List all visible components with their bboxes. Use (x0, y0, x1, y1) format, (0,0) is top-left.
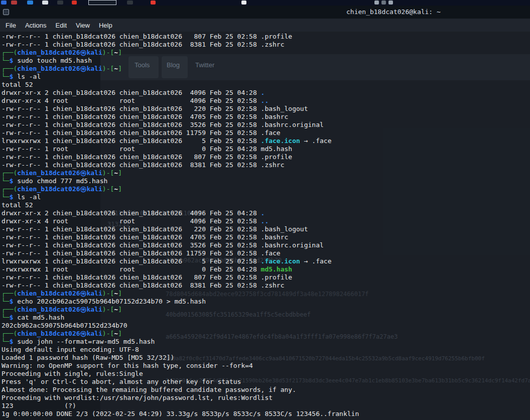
terminal-line: Proceeding with single, rules:Single (2, 370, 530, 378)
terminal-line: └─$ sudo touch md5.hash (2, 57, 530, 65)
terminal-line: └─$ ls -al (2, 193, 530, 201)
terminal-line: -rw-r--r-- 1 root root 0 Feb 25 04:28 md… (2, 145, 530, 153)
terminal-line: 123 (?) (2, 402, 530, 410)
terminal-line: -rw-r--r-- 1 chien_b18dcat026 chien_b18d… (2, 233, 530, 241)
terminal-line: 1g 0:00:00:00 DONE 2/3 (2022-02-25 04:29… (2, 410, 530, 418)
terminal-line: total 52 (2, 201, 530, 209)
taskbar-window-button[interactable] (88, 0, 116, 5)
terminal-line: -rw-r--r-- 1 chien_b18dcat026 chien_b18d… (2, 33, 530, 41)
terminal-line: -rw-r--r-- 1 chien_b18dcat026 chien_b18d… (2, 121, 530, 129)
terminal-line: lrwxrwxrwx 1 chien_b18dcat026 chien_b18d… (2, 257, 530, 265)
terminal-line: -rw-r--r-- 1 chien_b18dcat026 chien_b18d… (2, 129, 530, 137)
terminal-line: -rw-r--r-- 1 chien_b18dcat026 chien_b18d… (2, 282, 530, 290)
terminal-line: Warning: no OpenMP support for this hash… (2, 362, 530, 370)
terminal-line: drwxr-xr-x 2 chien_b18dcat026 chien_b18d… (2, 209, 530, 217)
app-icon-browser[interactable] (27, 1, 33, 5)
terminal-line: └─$ cat md5.hash (2, 314, 530, 322)
terminal-line: -rw-r--r-- 1 chien_b18dcat026 chien_b18d… (2, 161, 530, 169)
terminal-line: -rw-r--r-- 1 chien_b18dcat026 chien_b18d… (2, 153, 530, 161)
window-title: chien_b18dcat026@kali: ~ (346, 8, 441, 16)
terminal-line: drwxr-xr-x 4 root root 4096 Feb 25 02:58… (2, 217, 530, 225)
menu-actions[interactable]: Actions (21, 22, 51, 29)
terminal[interactable]: ToolsBlogTwitter00110001 00110010 001100… (0, 32, 530, 420)
terminal-line: -rwxrwxrwx 1 root root 0 Feb 25 04:28 md… (2, 265, 530, 273)
terminal-line: ┌──(chien_b18dcat026㉿kali)-[~] (2, 169, 530, 177)
kali-menu-icon[interactable] (1, 1, 7, 5)
terminal-line: -rw-r--r-- 1 chien_b18dcat026 chien_b18d… (2, 41, 530, 49)
notification-badge-icon[interactable] (72, 1, 77, 5)
terminal-line: -rw-r--r-- 1 chien_b18dcat026 chien_b18d… (2, 273, 530, 282)
terminal-line: 202cb962ac59075b964b07152d234b70 (2, 322, 530, 330)
taskbar (0, 0, 530, 6)
menu-file[interactable]: File (1, 22, 21, 29)
menu-view[interactable]: View (71, 22, 94, 29)
menubar: File Actions Edit View Help (0, 19, 530, 32)
terminal-line: ┌──(chien_b18dcat026㉿kali)-[~] (2, 330, 530, 338)
workspace-switcher-icon[interactable] (11, 1, 17, 5)
terminal-line: └─$ sudo chmod 777 md5.hash (2, 177, 530, 185)
terminal-line: ┌──(chien_b18dcat026㉿kali)-[~] (2, 65, 530, 73)
tray-power-icon[interactable] (388, 1, 393, 5)
terminal-line: Loaded 1 password hash (Raw-MD5 [MD5 32/… (2, 354, 530, 362)
app-icon-document[interactable] (42, 1, 48, 5)
terminal-line: └─$ sudo john --format=raw-md5 md5.hash (2, 338, 530, 346)
terminal-line: -rw-r--r-- 1 chien_b18dcat026 chien_b18d… (2, 105, 530, 113)
app-icon-terminal[interactable] (57, 1, 63, 5)
terminal-line: └─$ echo 202cb962ac59075b964b07152d234b7… (2, 298, 530, 306)
terminal-line: lrwxrwxrwx 1 chien_b18dcat026 chien_b18d… (2, 137, 530, 145)
titlebar: chien_b18dcat026@kali: ~ (0, 6, 530, 19)
menu-help[interactable]: Help (94, 22, 117, 29)
terminal-line: ┌──(chien_b18dcat026㉿kali)-[~] (2, 306, 530, 314)
terminal-line: total 52 (2, 81, 530, 89)
terminal-line: -rw-r--r-- 1 chien_b18dcat026 chien_b18d… (2, 225, 530, 233)
terminal-line: Almost done: Processing the remaining bu… (2, 386, 530, 394)
terminal-line: -rw-r--r-- 1 chien_b18dcat026 chien_b18d… (2, 241, 530, 249)
terminal-line: ┌──(chien_b18dcat026㉿kali)-[~] (2, 49, 530, 57)
terminal-line: -rw-r--r-- 1 chien_b18dcat026 chien_b18d… (2, 249, 530, 257)
keyboard-indicator-icon[interactable] (241, 1, 246, 5)
terminal-line: drwxr-xr-x 4 root root 4096 Feb 25 02:58… (2, 97, 530, 105)
terminal-line: ┌──(chien_b18dcat026㉿kali)-[~] (2, 185, 530, 193)
terminal-output: -rw-r--r-- 1 chien_b18dcat026 chien_b18d… (0, 32, 530, 418)
terminal-line: Press 'q' or Ctrl-C to abort, almost any… (2, 378, 530, 386)
alert-badge-icon[interactable] (151, 1, 156, 5)
menu-edit[interactable]: Edit (51, 22, 71, 29)
app-icon-dark[interactable] (127, 1, 133, 5)
terminal-line: ┌──(chien_b18dcat026㉿kali)-[~] (2, 290, 530, 298)
terminal-line: Using default input encoding: UTF-8 (2, 346, 530, 354)
terminal-line: drwxr-xr-x 2 chien_b18dcat026 chien_b18d… (2, 89, 530, 97)
terminal-line: └─$ ls -al (2, 73, 530, 81)
tray-network-icon[interactable] (374, 1, 379, 5)
terminal-line: -rw-r--r-- 1 chien_b18dcat026 chien_b18d… (2, 113, 530, 121)
tray-volume-icon[interactable] (381, 1, 386, 5)
terminal-line: Proceeding with wordlist:/usr/share/john… (2, 394, 530, 402)
window-icon (3, 9, 9, 15)
